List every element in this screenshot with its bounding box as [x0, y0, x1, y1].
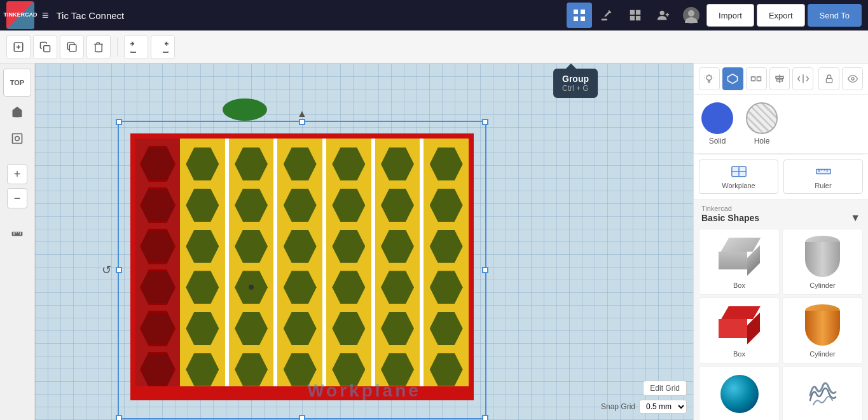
grid-col-3 — [277, 139, 326, 395]
shape-sphere[interactable]: Sphere — [699, 366, 780, 420]
hole-option[interactable]: Hole — [746, 102, 778, 146]
workplane-button[interactable]: Workplane — [699, 159, 778, 194]
export-button[interactable]: Export — [757, 4, 805, 27]
shape-box-red[interactable]: Box — [699, 297, 780, 363]
view-mode-box[interactable]: TOP — [3, 69, 31, 97]
workplane-ruler-row: Workplane Ruler — [694, 154, 868, 200]
avatar-button[interactable] — [679, 3, 704, 28]
scene-container[interactable]: ↺ ▲ — [118, 121, 486, 419]
red-box-3d — [719, 306, 760, 344]
grid-col-6 — [424, 139, 469, 395]
solid-circle — [701, 102, 733, 134]
visibility-button[interactable] — [842, 67, 863, 90]
align-button[interactable] — [769, 67, 790, 90]
hamburger-button[interactable]: ≡ — [42, 9, 49, 22]
send-to-button[interactable]: Send To — [808, 4, 862, 27]
context-toolbar — [694, 64, 868, 95]
copy-button[interactable] — [33, 35, 57, 59]
zoom-in-button[interactable]: + — [7, 164, 27, 184]
frame-button[interactable] — [6, 127, 29, 150]
solid-option[interactable]: Solid — [701, 102, 733, 146]
canvas-area[interactable]: ↺ ▲ — [35, 64, 693, 420]
lightbulb-button[interactable] — [699, 67, 720, 90]
shape-preview-cyl-gray — [797, 234, 848, 279]
shape-cylinder-gray[interactable]: Cylinder — [782, 229, 863, 295]
svg-rect-33 — [826, 78, 832, 83]
handle-right-mid[interactable] — [482, 267, 488, 273]
zoom-out-button[interactable]: − — [7, 188, 27, 208]
undo-button[interactable] — [124, 35, 148, 59]
workplane-label: Workplane — [307, 381, 421, 401]
home-view-button[interactable] — [6, 100, 29, 123]
svg-rect-3 — [581, 17, 585, 21]
snap-grid-select[interactable]: 0.5 mm 1 mm 2 mm — [639, 400, 687, 414]
hammer-button[interactable] — [595, 3, 620, 28]
left-sidebar: TOP + − — [0, 64, 35, 420]
redo-button[interactable] — [151, 35, 175, 59]
rb-front — [719, 319, 747, 338]
handle-bottom-mid[interactable] — [299, 415, 305, 420]
duplicate-button[interactable] — [60, 35, 84, 59]
ruler-label: Ruler — [815, 182, 831, 189]
delete-button[interactable] — [86, 35, 111, 59]
category-dropdown-button[interactable]: ▼ — [850, 212, 860, 224]
group-shapes-button[interactable] — [746, 67, 767, 90]
shape-label-cyl: Cylinder — [809, 281, 835, 289]
svg-rect-28 — [757, 77, 761, 81]
green-hex — [284, 147, 317, 180]
red-hex-6 — [140, 352, 176, 388]
shape-preview-cyl-orange — [797, 303, 848, 348]
green-hex — [332, 147, 365, 180]
new-shape-button[interactable] — [6, 35, 31, 59]
main-layout: TOP + − — [0, 64, 868, 420]
svg-rect-27 — [752, 77, 755, 81]
grid-col-2 — [229, 139, 278, 395]
measure-button[interactable] — [6, 222, 29, 245]
rotate-handle[interactable]: ↺ — [102, 263, 111, 277]
svg-rect-20 — [12, 232, 23, 236]
toolbar — [0, 30, 868, 64]
cyl-body — [805, 242, 840, 277]
grid-col-1 — [180, 139, 229, 395]
green-hex — [430, 312, 463, 345]
handle-bottom-left[interactable] — [116, 415, 122, 420]
box-button[interactable] — [623, 3, 648, 28]
shape-scribble[interactable]: Scribble — [782, 366, 863, 420]
group-tooltip: Group Ctrl + G — [553, 69, 598, 98]
green-hex — [332, 312, 365, 345]
shape-box-gray[interactable]: Box — [699, 229, 780, 295]
shape-preview-box-gray — [714, 234, 765, 279]
import-button[interactable]: Import — [706, 4, 754, 27]
red-hex-1 — [140, 146, 176, 182]
shape-cylinder-orange[interactable]: Cylinder — [782, 297, 863, 363]
height-handle[interactable]: ▲ — [297, 108, 307, 119]
game-board — [130, 133, 474, 400]
grid-col-4 — [326, 139, 375, 395]
lock-button[interactable] — [818, 67, 839, 90]
handle-top-mid[interactable] — [299, 119, 305, 125]
ruler-button[interactable]: Ruler — [783, 159, 863, 194]
tooltip-title: Group — [562, 74, 589, 84]
person-add-button[interactable] — [651, 3, 676, 28]
grid-columns — [180, 139, 469, 395]
green-hex — [430, 230, 463, 263]
handle-left-mid[interactable] — [116, 267, 122, 273]
grid-view-button[interactable] — [567, 3, 592, 28]
edit-grid-button[interactable]: Edit Grid — [643, 381, 687, 396]
box-front — [719, 252, 747, 269]
tinkercad-section: Tinkercad Basic Shapes ▼ — [694, 200, 868, 224]
solid-label: Solid — [709, 137, 726, 146]
handle-top-right[interactable] — [482, 119, 488, 125]
shapes-grid: Box Cylinder — [694, 224, 868, 420]
svg-rect-15 — [44, 45, 50, 51]
mirror-button[interactable] — [792, 67, 813, 90]
tooltip-arrow — [566, 64, 576, 69]
handle-top-left[interactable] — [116, 119, 122, 125]
sphere-3d — [720, 375, 759, 413]
handle-bottom-right[interactable] — [482, 415, 488, 420]
shape-outline-button[interactable] — [722, 67, 743, 90]
green-hex — [186, 230, 219, 263]
green-hex — [430, 271, 463, 304]
green-hex — [186, 353, 219, 386]
green-hex — [235, 353, 268, 386]
